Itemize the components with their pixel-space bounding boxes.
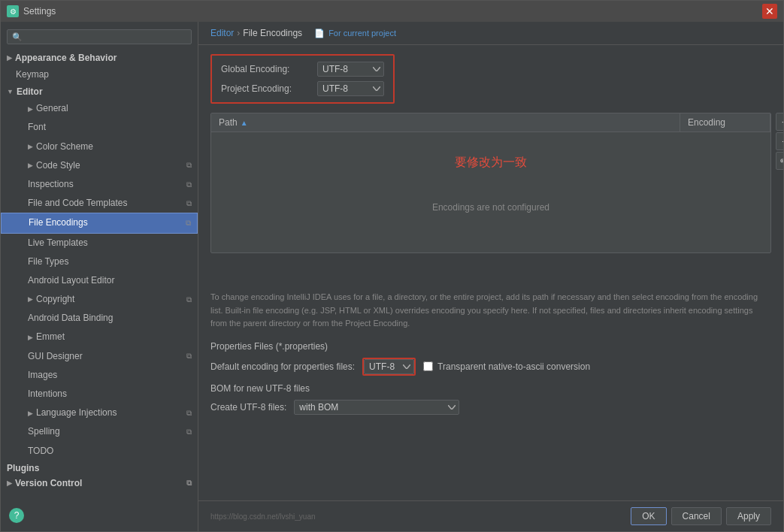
- sidebar-item-appearance-behavior[interactable]: ▶ Appearance & Behavior: [1, 50, 198, 65]
- default-encoding-select-wrapper: UTF-8 UTF-16: [362, 358, 416, 376]
- search-icon: 🔍: [12, 32, 23, 42]
- project-encoding-label: Project Encoding:: [221, 83, 311, 94]
- chevron-right-icon-copyright: ▶: [28, 294, 33, 304]
- footer-url: https://blog.csdn.net/lvshi_yuan: [210, 512, 626, 521]
- properties-section-title: Properties Files (*.properties): [210, 341, 771, 352]
- sidebar-item-font[interactable]: Font: [1, 118, 198, 137]
- copy-icon-copyright: ⧉: [186, 294, 192, 306]
- sidebar-item-color-scheme[interactable]: ▶ Color Scheme: [1, 138, 198, 156]
- chevron-right-icon-lang: ▶: [28, 408, 33, 419]
- content-area: Editor › File Encodings 📄 For current pr…: [198, 22, 783, 531]
- breadcrumb-chevron-icon: ›: [237, 28, 240, 38]
- sidebar-item-copyright[interactable]: ▶ Copyright ⧉: [1, 290, 198, 309]
- remove-row-button[interactable]: −: [776, 132, 783, 150]
- chevron-down-icon: ▼: [7, 88, 14, 95]
- sidebar: 🔍 ▶ Appearance & Behavior Keymap ▼ Edito…: [1, 22, 198, 531]
- global-encoding-label: Global Encoding:: [221, 64, 311, 74]
- ok-button[interactable]: OK: [631, 507, 666, 525]
- chevron-right-icon-codestyle: ▶: [28, 160, 33, 171]
- sidebar-item-editor[interactable]: ▼ Editor: [1, 84, 198, 99]
- title-bar: ⚙ Settings ✕: [1, 1, 783, 22]
- sidebar-item-code-style[interactable]: ▶ Code Style ⧉: [1, 156, 198, 175]
- sidebar-item-todo[interactable]: TODO: [1, 442, 198, 461]
- copy-icon-guidesigner: ⧉: [186, 350, 192, 362]
- settings-window: ⚙ Settings ✕ 🔍 ▶ Appearance & Behavior K…: [0, 0, 784, 532]
- sidebar-item-version-control[interactable]: ▶ Version Control ⧉: [1, 476, 198, 491]
- chinese-annotation: 要修改为一致: [455, 155, 527, 171]
- sidebar-item-android-data-binding[interactable]: Android Data Binding: [1, 309, 198, 328]
- copy-icon-vc: ⧉: [186, 479, 192, 488]
- dialog-footer: https://blog.csdn.net/lvshi_yuan OK Canc…: [198, 500, 783, 531]
- table-body: 要修改为一致 Encodings are not configured: [211, 132, 770, 252]
- sort-arrow-icon: ▲: [241, 119, 248, 127]
- breadcrumb-extra-link[interactable]: 📄 For current project: [314, 29, 396, 38]
- apply-button[interactable]: Apply: [726, 507, 771, 525]
- sidebar-item-language-injections[interactable]: ▶ Language Injections ⧉: [1, 404, 198, 422]
- copy-icon-lang: ⧉: [186, 407, 192, 419]
- content-body: Global Encoding: UTF-8 UTF-16 ISO-8859-1…: [198, 45, 783, 500]
- properties-section: Properties Files (*.properties) Default …: [210, 341, 771, 376]
- transparent-checkbox[interactable]: [423, 361, 433, 371]
- window-title: Settings: [23, 6, 758, 17]
- chevron-right-icon-general: ▶: [28, 104, 33, 114]
- window-icon: ⚙: [7, 5, 19, 17]
- chevron-right-icon-color: ▶: [28, 141, 33, 152]
- close-button[interactable]: ✕: [762, 4, 777, 19]
- sidebar-item-file-types[interactable]: File Types: [1, 252, 198, 271]
- sidebar-item-gui-designer[interactable]: GUI Designer ⧉: [1, 347, 198, 366]
- project-encoding-select[interactable]: UTF-8 UTF-16 ISO-8859-1: [317, 81, 384, 96]
- file-icon: 📄: [314, 29, 325, 38]
- sidebar-item-emmet[interactable]: ▶ Emmet: [1, 328, 198, 346]
- encoding-settings-box: Global Encoding: UTF-8 UTF-16 ISO-8859-1…: [210, 54, 395, 104]
- create-utf8-select[interactable]: with BOM without BOM always add BOM: [294, 400, 459, 415]
- transparent-label[interactable]: Transparent native-to-ascii conversion: [437, 361, 590, 372]
- chevron-right-icon-vc: ▶: [7, 479, 12, 487]
- transparent-checkbox-row: Transparent native-to-ascii conversion: [423, 361, 590, 372]
- breadcrumb-parent[interactable]: Editor: [210, 28, 234, 38]
- create-utf8-row: Create UTF-8 files: with BOM without BOM…: [210, 400, 771, 415]
- table-action-buttons: + − ✏: [776, 113, 783, 170]
- copy-icon-spelling: ⧉: [186, 426, 192, 438]
- create-utf8-label: Create UTF-8 files:: [210, 402, 286, 413]
- copy-icon-filecodetemplates: ⧉: [186, 198, 192, 210]
- sidebar-item-keymap[interactable]: Keymap: [1, 65, 198, 84]
- chevron-right-icon-emmet: ▶: [28, 332, 33, 343]
- sidebar-item-spelling[interactable]: Spelling ⧉: [1, 422, 198, 441]
- bom-section: BOM for new UTF-8 files Create UTF-8 fil…: [210, 383, 771, 415]
- main-area: 🔍 ▶ Appearance & Behavior Keymap ▼ Edito…: [1, 22, 783, 531]
- edit-row-button[interactable]: ✏: [776, 152, 783, 170]
- project-encoding-row: Project Encoding: UTF-8 UTF-16 ISO-8859-…: [221, 81, 384, 96]
- sidebar-item-android-layout-editor[interactable]: Android Layout Editor: [1, 271, 198, 290]
- path-encoding-table-wrapper: Path ▲ Encoding 要修改为一致 Encodings are not…: [210, 113, 771, 253]
- default-encoding-select[interactable]: UTF-8 UTF-16: [364, 359, 414, 374]
- copy-icon-codestyle: ⧉: [186, 159, 192, 171]
- breadcrumb-current: File Encodings: [243, 28, 302, 38]
- sidebar-item-general[interactable]: ▶ General: [1, 99, 198, 118]
- encoding-column-header[interactable]: Encoding: [680, 113, 770, 131]
- path-encoding-table: Path ▲ Encoding 要修改为一致 Encodings are not…: [210, 113, 771, 253]
- add-row-button[interactable]: +: [776, 113, 783, 131]
- path-column-header[interactable]: Path ▲: [211, 113, 680, 131]
- copy-icon-inspections: ⧉: [186, 179, 192, 191]
- sidebar-item-images[interactable]: Images: [1, 366, 198, 385]
- sidebar-item-file-encodings[interactable]: File Encodings ⧉: [1, 213, 198, 233]
- bom-section-title: BOM for new UTF-8 files: [210, 383, 771, 394]
- search-input[interactable]: [26, 32, 186, 42]
- help-button[interactable]: ?: [9, 508, 24, 523]
- global-encoding-row: Global Encoding: UTF-8 UTF-16 ISO-8859-1: [221, 62, 384, 77]
- empty-table-message: Encodings are not configured: [432, 202, 549, 213]
- global-encoding-select[interactable]: UTF-8 UTF-16 ISO-8859-1: [317, 62, 384, 77]
- sidebar-item-plugins[interactable]: Plugins: [1, 461, 198, 476]
- chevron-right-icon: ▶: [7, 54, 12, 62]
- sidebar-item-inspections[interactable]: Inspections ⧉: [1, 175, 198, 194]
- breadcrumb: Editor › File Encodings 📄 For current pr…: [198, 22, 783, 45]
- sidebar-item-live-templates[interactable]: Live Templates: [1, 234, 198, 252]
- table-header: Path ▲ Encoding: [211, 113, 770, 132]
- copy-icon-fileencodings: ⧉: [186, 217, 191, 229]
- default-encoding-label: Default encoding for properties files:: [210, 361, 355, 372]
- cancel-button[interactable]: Cancel: [671, 507, 722, 525]
- search-box[interactable]: 🔍: [7, 29, 192, 44]
- sidebar-item-file-code-templates[interactable]: File and Code Templates ⧉: [1, 194, 198, 213]
- sidebar-item-intentions[interactable]: Intentions: [1, 385, 198, 404]
- default-encoding-row: Default encoding for properties files: U…: [210, 358, 771, 376]
